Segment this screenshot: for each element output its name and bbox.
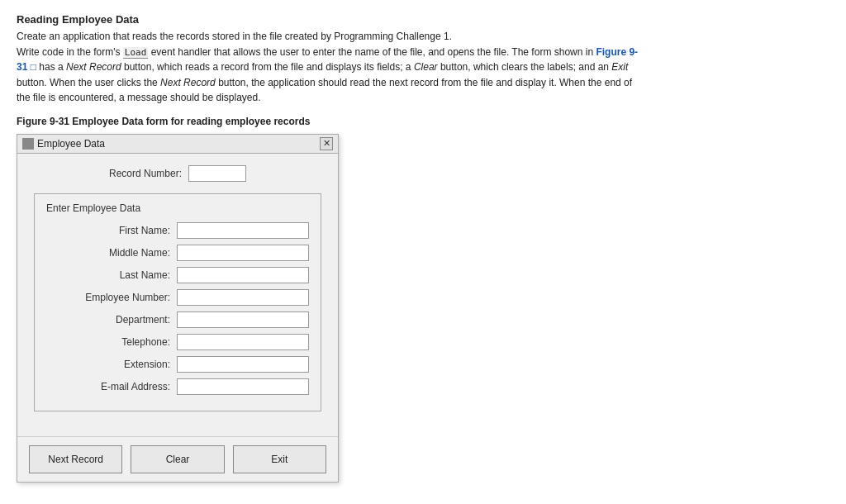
telephone-label: Telephone: [79,336,170,348]
employee-data-window: Employee Data ✕ Record Number: Enter Emp… [17,134,339,483]
window-title-label: Employee Data [37,138,105,150]
employee-number-input[interactable] [177,289,309,306]
employee-number-row: Employee Number: [46,289,309,306]
last-name-input[interactable] [177,267,309,283]
email-address-input[interactable] [177,378,309,395]
window-body: Record Number: Enter Employee Data First… [17,154,338,436]
exit-button[interactable]: Exit [233,445,326,473]
employee-data-group: Enter Employee Data First Name: Middle N… [34,193,321,411]
department-input[interactable] [177,311,309,328]
record-number-input[interactable] [188,165,246,182]
window-app-icon [22,138,34,150]
first-name-input[interactable] [177,222,309,239]
telephone-input[interactable] [177,334,309,350]
load-code: Load [123,47,149,59]
extension-input[interactable] [177,356,309,373]
department-row: Department: [46,311,309,328]
next-record-button[interactable]: Next Record [29,445,122,473]
extension-row: Extension: [46,356,309,373]
email-label: E-mail Address: [79,381,170,392]
email-row: E-mail Address: [46,378,309,395]
clear-button[interactable]: Clear [131,445,224,473]
page-title: Reading Employee Data [17,13,829,26]
last-name-label: Last Name: [79,269,170,281]
record-number-label: Record Number: [109,168,182,179]
extension-label: Extension: [79,359,170,370]
figure-caption: Figure 9-31 Employee Data form for readi… [17,116,829,127]
description: Create an application that reads the rec… [17,29,644,106]
window-title-area: Employee Data [22,138,105,150]
middle-name-row: Middle Name: [46,245,309,261]
last-name-row: Last Name: [46,267,309,283]
department-label: Department: [79,314,170,326]
window-titlebar: Employee Data ✕ [17,135,338,154]
record-number-row: Record Number: [34,165,321,182]
group-legend: Enter Employee Data [46,202,309,214]
first-name-label: First Name: [79,225,170,236]
middle-name-input[interactable] [177,245,309,261]
telephone-row: Telephone: [46,334,309,350]
buttons-row: Next Record Clear Exit [17,436,338,482]
employee-number-label: Employee Number: [79,292,170,303]
first-name-row: First Name: [46,222,309,239]
window-close-button[interactable]: ✕ [320,137,333,150]
middle-name-label: Middle Name: [79,247,170,259]
